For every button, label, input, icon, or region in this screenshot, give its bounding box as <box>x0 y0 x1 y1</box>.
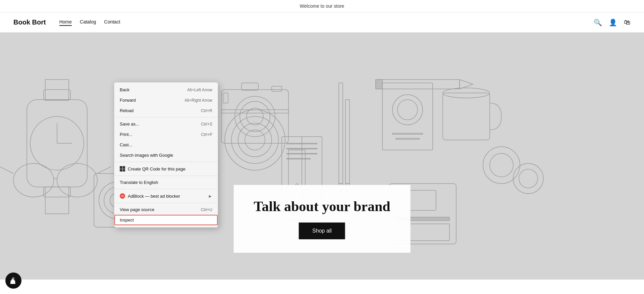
svg-rect-31 <box>345 100 350 184</box>
svg-rect-10 <box>376 80 382 89</box>
svg-rect-16 <box>272 86 282 91</box>
context-menu-qr[interactable]: Create QR Code for this page <box>114 163 218 174</box>
svg-rect-4 <box>44 90 70 100</box>
svg-marker-59 <box>288 150 305 190</box>
adblock-icon <box>120 193 125 199</box>
qr-icon <box>120 166 125 172</box>
context-menu-translate[interactable]: Translate to English <box>114 177 218 188</box>
header-icons: 🔍 👤 🛍 <box>594 18 631 27</box>
svg-rect-15 <box>241 83 258 90</box>
hero-title: Talk about your brand <box>254 198 390 214</box>
context-menu-print[interactable]: Print... Ctrl+P <box>114 129 218 140</box>
svg-rect-17 <box>223 93 228 103</box>
context-menu-adblock[interactable]: AdBlock — best ad blocker ► <box>114 191 218 201</box>
shop-all-button[interactable]: Shop all <box>299 223 345 239</box>
svg-point-42 <box>513 163 543 194</box>
svg-point-18 <box>225 110 285 170</box>
svg-point-40 <box>483 147 520 184</box>
main-nav: Home Catalog Contact <box>59 19 594 26</box>
separator-3 <box>114 176 218 176</box>
svg-marker-9 <box>460 80 473 89</box>
svg-point-35 <box>397 100 418 120</box>
header: Book Bort Home Catalog Contact 🔍 👤 🛍 <box>0 12 644 33</box>
context-menu-search-images[interactable]: Search images with Google <box>114 150 218 160</box>
svg-rect-27 <box>287 158 310 159</box>
announcement-bar: Welcome to our store <box>0 0 644 12</box>
context-menu-reload[interactable]: Reload Ctrl+R <box>114 105 218 116</box>
svg-rect-6 <box>45 80 69 100</box>
context-menu: Back Alt+Left Arrow Forward Alt+Right Ar… <box>114 82 218 228</box>
svg-point-45 <box>57 163 97 197</box>
svg-rect-22 <box>221 110 288 113</box>
svg-point-44 <box>13 163 54 197</box>
svg-rect-36 <box>392 133 423 134</box>
svg-rect-29 <box>339 83 343 184</box>
hero-section: Talk about your brand Shop all Back Alt+… <box>0 33 644 280</box>
svg-point-41 <box>490 153 513 177</box>
announcement-text: Welcome to our store <box>300 3 344 9</box>
context-menu-save[interactable]: Save as... Ctrl+S <box>114 119 218 129</box>
separator-5 <box>114 203 218 203</box>
svg-line-47 <box>0 167 13 174</box>
nav-catalog[interactable]: Catalog <box>80 19 96 26</box>
svg-rect-38 <box>443 93 490 140</box>
separator-4 <box>114 189 218 189</box>
svg-point-34 <box>392 95 423 125</box>
svg-point-21 <box>245 130 265 150</box>
svg-point-20 <box>238 123 272 157</box>
context-menu-inspect[interactable]: Inspect <box>114 215 218 225</box>
svg-point-19 <box>231 116 278 163</box>
cart-icon[interactable]: 🛍 <box>624 18 631 26</box>
submenu-arrow-icon: ► <box>208 194 212 199</box>
svg-rect-56 <box>409 190 436 210</box>
context-menu-view-source[interactable]: View page source Ctrl+U <box>114 204 218 215</box>
nav-contact[interactable]: Contact <box>104 19 120 26</box>
separator-1 <box>114 117 218 117</box>
context-menu-cast[interactable]: Cast... <box>114 140 218 150</box>
nav-home[interactable]: Home <box>59 19 72 26</box>
svg-point-43 <box>519 169 538 188</box>
context-menu-back[interactable]: Back Alt+Left Arrow <box>114 85 218 95</box>
search-icon[interactable]: 🔍 <box>594 18 602 27</box>
separator-2 <box>114 162 218 162</box>
shopify-badge[interactable] <box>5 273 21 289</box>
logo[interactable]: Book Bort <box>13 18 46 26</box>
svg-rect-37 <box>396 138 419 139</box>
hero-card: Talk about your brand Shop all <box>233 185 410 253</box>
svg-line-48 <box>97 167 111 174</box>
shopify-icon <box>9 276 18 285</box>
svg-rect-33 <box>382 83 433 150</box>
account-icon[interactable]: 👤 <box>609 18 617 27</box>
context-menu-forward[interactable]: Forward Alt+Right Arrow <box>114 95 218 105</box>
svg-rect-8 <box>376 80 460 89</box>
